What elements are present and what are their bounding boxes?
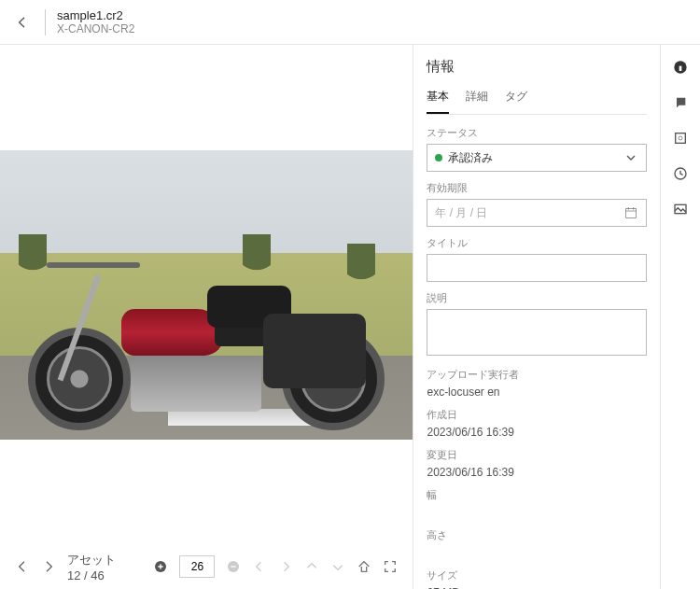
calendar-icon [623, 205, 638, 220]
rail-image-icon[interactable] [671, 200, 690, 218]
modified-label: 変更日 [427, 448, 647, 462]
asset-preview [0, 150, 413, 440]
chevron-down-icon [623, 150, 638, 165]
file-type: X-CANON-CR2 [57, 22, 134, 35]
created-value: 2023/06/16 16:39 [427, 426, 647, 439]
width-value [427, 506, 647, 519]
zoom-input[interactable] [179, 555, 215, 578]
title-input[interactable] [427, 254, 647, 282]
rail-history-icon[interactable] [671, 164, 690, 183]
status-label: ステータス [427, 126, 647, 140]
fullscreen-button[interactable] [383, 559, 398, 574]
expiry-input[interactable]: 年 / 月 / 日 [427, 199, 647, 227]
height-value [427, 546, 647, 559]
pan-down-button [330, 559, 345, 574]
reset-view-button[interactable] [357, 559, 371, 574]
back-button[interactable] [11, 11, 34, 34]
rail-comment-icon[interactable] [671, 93, 690, 112]
rail-info-icon[interactable] [671, 58, 690, 77]
size-label: サイズ [427, 568, 647, 582]
divider [45, 9, 46, 35]
tab-detail[interactable]: 詳細 [466, 89, 488, 114]
modified-value: 2023/06/16 16:39 [427, 466, 647, 479]
created-label: 作成日 [427, 408, 647, 422]
info-panel: 情報 基本 詳細 タグ ステータス 承認済み 有効期限 年 / 月 / 日 タイ… [413, 45, 660, 589]
pan-right-button [278, 559, 293, 574]
svg-point-5 [679, 136, 682, 140]
svg-rect-4 [676, 133, 686, 144]
panel-title: 情報 [427, 58, 647, 76]
expiry-placeholder: 年 / 月 / 日 [435, 205, 487, 221]
expiry-label: 有効期限 [427, 181, 647, 195]
tab-basic[interactable]: 基本 [427, 89, 449, 114]
prev-asset-button[interactable] [15, 559, 30, 574]
image-canvas[interactable] [0, 45, 413, 544]
uploader-label: アップロード実行者 [427, 368, 647, 382]
desc-input[interactable] [427, 309, 647, 356]
height-label: 高さ [427, 528, 647, 542]
zoom-in-button[interactable] [153, 559, 168, 574]
pan-left-button [252, 559, 267, 574]
rail-crop-icon[interactable] [671, 129, 690, 147]
next-asset-button[interactable] [41, 559, 56, 574]
asset-counter: アセット 12 / 46 [67, 552, 118, 582]
width-label: 幅 [427, 488, 647, 502]
tab-tag[interactable]: タグ [505, 89, 527, 114]
pan-up-button [304, 559, 319, 574]
status-value: 承認済み [448, 151, 493, 164]
status-select[interactable]: 承認済み [427, 144, 647, 172]
uploader-value: exc-locuser en [427, 386, 647, 399]
status-dot-icon [435, 154, 442, 161]
file-title-block: sample1.cr2 X-CANON-CR2 [57, 8, 134, 36]
title-label: タイトル [427, 236, 647, 250]
svg-rect-2 [626, 208, 637, 217]
desc-label: 説明 [427, 291, 647, 305]
file-name: sample1.cr2 [57, 8, 134, 23]
zoom-out-button[interactable] [226, 559, 241, 574]
